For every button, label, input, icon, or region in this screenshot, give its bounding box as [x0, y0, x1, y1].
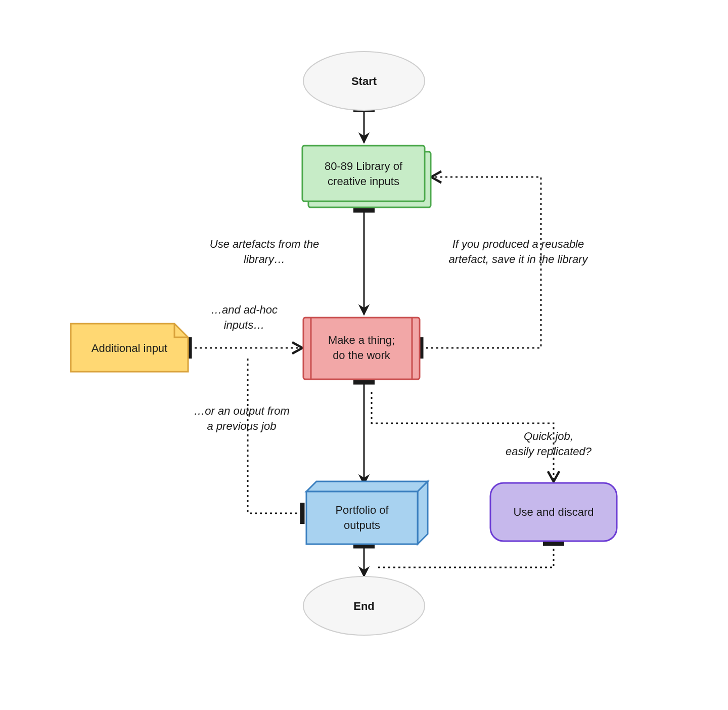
node-additional-input: Additional input: [71, 324, 188, 372]
edge-label-additional-1: …and ad-hoc: [211, 303, 278, 316]
edge-portfolio-feedback: [248, 357, 302, 513]
node-portfolio-label-1: Portfolio of: [335, 504, 389, 516]
node-portfolio: Portfolio of outputs: [306, 481, 428, 544]
node-library-label-1: 80-89 Library of: [325, 160, 403, 172]
edge-label-make-to-library-2: artefact, save it in the library: [448, 253, 588, 265]
node-library: 80-89 Library of creative inputs: [302, 146, 431, 207]
edge-label-make-to-discard-2: easily replicated?: [506, 445, 592, 458]
node-end: End: [303, 576, 425, 635]
node-start-label: Start: [351, 75, 377, 87]
edge-discard-to-end: [378, 544, 554, 567]
edge-label-library-to-make-1: Use artefacts from the: [210, 238, 319, 250]
node-make: Make a thing; do the work: [303, 318, 420, 379]
node-make-label-2: do the work: [333, 349, 391, 362]
node-library-label-2: creative inputs: [328, 175, 399, 188]
svg-rect-7: [306, 492, 418, 544]
svg-rect-3: [302, 146, 425, 201]
edge-label-portfolio-back-1: …or an output from: [194, 405, 290, 417]
node-start: Start: [303, 52, 425, 110]
edge-label-library-to-make-2: library…: [244, 253, 285, 265]
node-end-label: End: [353, 600, 375, 612]
edge-label-additional-2: inputs…: [224, 319, 265, 331]
svg-rect-4: [303, 318, 420, 379]
node-use-discard: Use and discard: [490, 483, 617, 541]
node-additional-label: Additional input: [92, 342, 167, 354]
node-make-label-1: Make a thing;: [328, 334, 395, 346]
flowchart-canvas: Use artefacts from the library… If you p…: [0, 0, 728, 710]
node-portfolio-label-2: outputs: [344, 519, 380, 531]
edge-label-portfolio-back-2: a previous job: [207, 420, 277, 432]
node-discard-label: Use and discard: [514, 506, 594, 518]
edge-label-make-to-library-1: If you produced a reusable: [452, 238, 584, 250]
edge-label-make-to-discard-1: Quick job,: [524, 430, 573, 442]
